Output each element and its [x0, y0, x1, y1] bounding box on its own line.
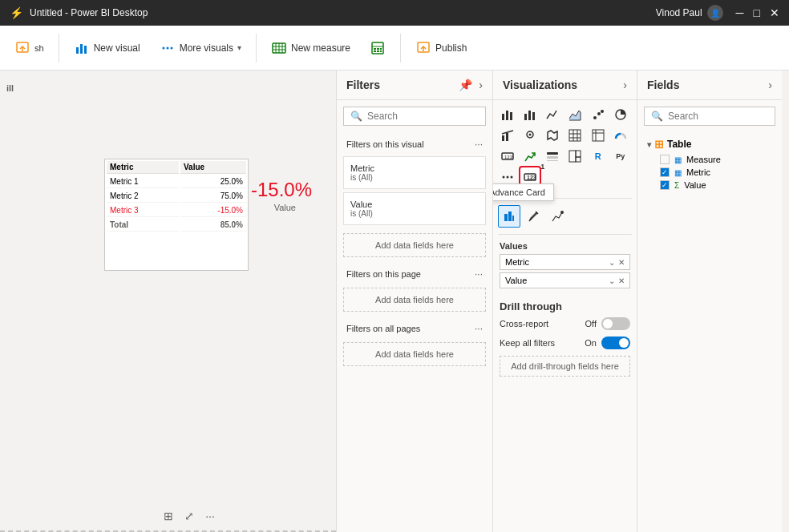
viz-kpi[interactable] [520, 147, 540, 166]
minimize-button[interactable]: ─ [736, 6, 744, 19]
svg-point-55 [507, 176, 509, 179]
viz-tab-format[interactable] [522, 205, 544, 228]
filters-section1-more[interactable]: ··· [475, 139, 483, 150]
separator-1 [59, 34, 59, 62]
user-avatar[interactable]: 👤 [707, 5, 723, 21]
add-data-btn-1[interactable]: Add data fields here [343, 233, 486, 257]
svg-rect-4 [84, 46, 87, 54]
field-metric-checkbox[interactable]: ✓ [660, 167, 670, 177]
svg-rect-2 [76, 47, 79, 54]
table-chevron: ▾ [647, 140, 651, 149]
field-value-remove[interactable]: ✕ [618, 276, 625, 285]
viz-matrix[interactable] [589, 126, 608, 145]
viz-tab-build[interactable] [498, 205, 520, 228]
new-measure-icon [271, 40, 287, 56]
svg-rect-24 [502, 114, 504, 120]
field-value-dropdown[interactable]: ⌄ [609, 276, 615, 285]
fields-search-box[interactable]: 🔍 [644, 107, 775, 126]
viz-title: Visualizations [503, 79, 577, 91]
fields-title: Fields [647, 79, 679, 91]
new-measure-button[interactable]: New measure [263, 35, 358, 61]
viz-column-chart[interactable] [520, 105, 540, 124]
filter-card-metric[interactable]: Metric is (All) [343, 156, 486, 189]
viz-tab-analytics[interactable] [546, 205, 568, 228]
viz-line-chart[interactable] [543, 105, 562, 124]
svg-point-56 [511, 176, 513, 179]
more-toolbar-icon[interactable]: ··· [202, 508, 218, 524]
field-value-label: Value [684, 180, 706, 190]
filters-section2-title: Filters on this page [346, 269, 421, 279]
canvas-area: ill Metric Value Metric 1 25.0% Metric 2 [0, 71, 337, 532]
field-item-measure[interactable]: ▦ Measure [644, 153, 775, 166]
drill-cross-report-label: Cross-report [500, 319, 548, 328]
field-value-checkbox[interactable]: ✓ [660, 180, 670, 190]
cross-report-toggle[interactable] [601, 317, 630, 330]
filter-toolbar-icon[interactable]: ⊞ [160, 508, 176, 524]
svg-point-54 [503, 176, 505, 179]
new-measure-icon-btn[interactable] [362, 35, 394, 61]
field-chip-metric[interactable]: Metric ⌄ ✕ [500, 254, 630, 270]
expand-toolbar-icon[interactable]: ⤢ [181, 508, 197, 524]
publish-prev-button[interactable]: sh [6, 35, 52, 61]
title-bar-left: ⚡ Untitled - Power BI Desktop [10, 6, 148, 19]
cell: Metric 1 [107, 175, 179, 188]
publish-label: Publish [435, 42, 467, 54]
filters-section3-header: Filters on all pages ··· [337, 316, 492, 337]
close-button[interactable]: ✕ [770, 6, 779, 19]
viz-r-visual[interactable]: R [589, 147, 608, 166]
svg-point-6 [166, 46, 168, 49]
filters-section2-more[interactable]: ··· [475, 268, 483, 280]
svg-point-32 [601, 110, 604, 113]
filters-search-input[interactable] [367, 111, 488, 122]
filter-pin-icon[interactable]: 📌 [459, 79, 472, 91]
advance-card-tooltip: Advance Card [493, 183, 554, 201]
viz-filled-map[interactable] [543, 126, 562, 145]
new-visual-label: New visual [94, 42, 140, 54]
drill-title: Drill through [500, 300, 630, 312]
viz-pie[interactable] [611, 105, 630, 124]
more-visuals-icon [160, 40, 176, 56]
publish-button[interactable]: Publish [407, 35, 475, 61]
field-item-metric[interactable]: ✓ ▦ Metric [644, 166, 775, 179]
viz-table[interactable] [565, 126, 585, 145]
filters-section2-header: Filters on this page ··· [337, 262, 492, 283]
keep-filters-on-label: On [585, 338, 597, 348]
viz-slicer[interactable] [543, 147, 562, 166]
svg-point-7 [170, 46, 172, 49]
viz-expand-icon[interactable]: › [623, 79, 627, 91]
table-row: Metric 2 75.0% [107, 190, 246, 203]
keep-filters-toggle[interactable] [601, 337, 630, 349]
field-item-value[interactable]: ✓ Σ Value [644, 179, 775, 191]
col-metric: Metric [107, 161, 179, 174]
field-metric-remove[interactable]: ✕ [618, 258, 625, 267]
svg-rect-61 [512, 216, 514, 221]
add-drill-btn[interactable]: Add drill-through fields here [500, 356, 630, 377]
filters-search-box[interactable]: 🔍 [343, 107, 486, 126]
viz-line-bar[interactable] [498, 126, 517, 145]
visual-container[interactable]: Metric Value Metric 1 25.0% Metric 2 75.… [104, 159, 249, 271]
more-visuals-button[interactable]: More visuals ▾ [152, 35, 249, 61]
viz-map[interactable] [520, 126, 540, 145]
viz-treemap[interactable] [565, 147, 585, 166]
field-metric-dropdown[interactable]: ⌄ [609, 258, 615, 267]
field-chip-value[interactable]: Value ⌄ ✕ [500, 272, 630, 288]
filter-chevron-icon[interactable]: › [479, 79, 483, 91]
viz-bar-chart[interactable] [498, 105, 517, 124]
viz-gauge[interactable] [611, 126, 630, 145]
viz-area-chart[interactable] [565, 105, 585, 124]
add-data-btn-2[interactable]: Add data fields here [343, 288, 486, 312]
field-chip-value-icons: ⌄ ✕ [609, 276, 625, 285]
viz-python-visual[interactable]: Py [611, 147, 630, 166]
maximize-button[interactable]: □ [754, 6, 760, 19]
add-data-btn-3[interactable]: Add data fields here [343, 342, 486, 366]
viz-scatter[interactable] [589, 105, 608, 124]
filters-section3-more[interactable]: ··· [475, 323, 483, 334]
fields-search-input[interactable] [668, 111, 782, 122]
table-header[interactable]: ▾ ⊞ Table [644, 135, 775, 153]
new-visual-button[interactable]: New visual [66, 35, 148, 61]
field-chip-metric-label: Metric [505, 257, 529, 267]
field-measure-checkbox[interactable] [660, 155, 670, 164]
filter-card-value[interactable]: Value is (All) [343, 192, 486, 225]
fields-expand-icon[interactable]: › [768, 79, 772, 91]
viz-card[interactable]: 123 [498, 147, 517, 166]
